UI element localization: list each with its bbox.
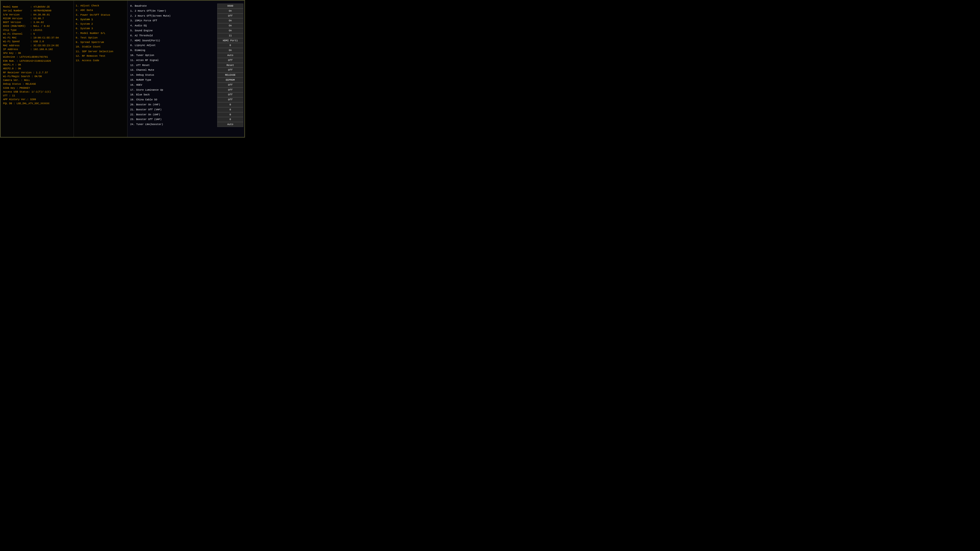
sys-value-7: HDMI Port1: [217, 38, 243, 43]
info-label-4: BOOT Version: [3, 21, 30, 24]
sys-value-18: Off: [217, 92, 243, 97]
info-single-8: Debug Status : RELEASE: [3, 82, 71, 86]
sys-label-7: 7. HDMI Sound(Port1): [127, 39, 217, 43]
menu-item-1[interactable]: 2. ADC Data: [76, 8, 125, 13]
sys-value-12: Reset: [217, 63, 243, 68]
sys-value-10: Auto: [217, 53, 243, 58]
info-single-5: RF Receiver Version : 1.2.7.57: [3, 71, 71, 75]
info-row-1: Serial Number: 407RAYB2N690: [3, 9, 71, 13]
menu-item-4[interactable]: 5. System 2: [76, 22, 125, 26]
info-value-5: : NULL / 0.02: [30, 24, 50, 28]
menu-item-9[interactable]: 10. Stable Count: [76, 44, 125, 49]
sys-value-24: Auto: [217, 122, 243, 127]
menu-item-3[interactable]: 4. System 1: [76, 17, 125, 22]
menu-item-7[interactable]: 8. Test Option: [76, 36, 125, 40]
info-single-10: Access USB Status: 1/-1(T)/-1(C): [3, 90, 71, 94]
sys-value-2: Off: [217, 14, 243, 19]
info-row-6: Chip Type: LG1311: [3, 28, 71, 32]
menu-item-8[interactable]: 9. Spread Spectrum: [76, 40, 125, 44]
sys-label-23: 23. Booster Off (UHF): [127, 118, 217, 122]
info-row-5: EDID (RGB/HDMI): NULL / 0.02: [3, 24, 71, 28]
info-single-13: PQL DB : LGD_DHL_ATV_SOC_XXXXXX: [3, 102, 71, 105]
info-value-6: : LG1311: [30, 28, 42, 32]
sys-row-22: 22. Booster On (UHF)0: [127, 112, 244, 117]
info-row-9: Wi-Fi Speed: USB 2.0: [3, 40, 71, 43]
info-label-10: MAC Address: [3, 44, 30, 48]
sys-row-9: 9. DimmingOn: [127, 48, 244, 53]
sys-row-8: 8. Lipsync Adjust0: [127, 43, 244, 48]
sys-row-20: 20. Booster On (VHF)0: [127, 102, 244, 107]
sys-value-16: Off: [217, 83, 243, 87]
sys-label-21: 21. Booster Off (VHF): [127, 108, 217, 112]
info-label-8: Wi-Fi MAC: [3, 36, 30, 40]
info-label-5: EDID (RGB/HDMI): [3, 24, 30, 28]
info-row-4: BOOT Version: 3.04.02: [3, 21, 71, 24]
sys-value-22: 0: [217, 112, 243, 117]
info-row-7: Wi-Fi Channel: 5: [3, 32, 71, 36]
info-row-0: Model Name: 47LB650V-ZE: [3, 5, 71, 9]
sys-value-4: On: [217, 23, 243, 28]
sys-value-20: 0: [217, 102, 243, 107]
sys-value-13: Off: [217, 68, 243, 73]
sys-value-21: 0: [217, 107, 243, 112]
sys-value-17: Off: [217, 87, 243, 92]
menu-item-12[interactable]: 13. Access Code: [76, 59, 125, 63]
sys-row-16: 16. HDEVOff: [127, 83, 244, 87]
sys-label-8: 8. Lipsync Adjust: [127, 43, 217, 48]
sys-label-19: 19. China Cable SO: [127, 98, 217, 102]
sys-value-5: On: [217, 28, 243, 33]
info-single-0: SFU Key : OK: [3, 51, 71, 55]
sys-value-19: Off: [217, 97, 243, 102]
menu-item-10[interactable]: 11. SDP Server Selection: [76, 49, 125, 54]
main-screen: Model Name: 47LB650V-ZESerial Number: 40…: [0, 0, 245, 138]
info-row-2: S/W Version: 04.30.09.01: [3, 13, 71, 17]
info-value-1: : 407RAYB2N690: [30, 9, 51, 13]
info-label-11: IP Address: [3, 48, 30, 51]
sys-row-0: 0. Baudrate9600: [127, 3, 244, 8]
sys-row-21: 21. Booster Off (VHF)0: [127, 107, 244, 112]
sys-label-16: 16. HDEV: [127, 83, 217, 87]
right-panel: 0. Baudrate96001. 2 Hours Off(On Timer)O…: [127, 1, 244, 137]
info-single-4: HDCP2.0 : OK: [3, 67, 71, 70]
sys-row-3: 3. 15Min Force OffOn: [127, 18, 244, 23]
info-single-7: Camera Ver. : NULL: [3, 78, 71, 82]
menu-item-6[interactable]: 7. Model Number D/L: [76, 31, 125, 36]
sys-value-9: On: [217, 48, 243, 53]
info-single-3: HDCP1.4 : OK: [3, 63, 71, 67]
sys-label-14: 14. Debug Status: [127, 73, 217, 77]
info-value-0: : 47LB650V-ZE: [30, 5, 50, 9]
sys-label-4: 4. Audio EQ: [127, 24, 217, 28]
sys-value-6: 11: [217, 33, 243, 38]
middle-panel: 1. Adjust Check2. ADC Data3. Power On/Of…: [74, 1, 127, 137]
sys-value-11: Off: [217, 58, 243, 63]
menu-item-11[interactable]: 12. RF Remocon Test: [76, 54, 125, 59]
info-single-11: UTT : 11: [3, 94, 71, 97]
info-value-9: : USB 2.0: [30, 40, 44, 43]
sys-label-5: 5. Sound Engine: [127, 29, 217, 33]
sys-row-19: 19. China Cable SOOff: [127, 97, 244, 102]
info-value-10: : 3C:CD:93:23:24:EE: [30, 44, 59, 48]
info-single-2: ESN Num. : LGTV20142=21003211026: [3, 59, 71, 63]
sys-label-0: 0. Baudrate: [127, 4, 217, 8]
sys-row-4: 4. Audio EQOn: [127, 23, 244, 28]
sys-label-13: 13. Channel Mute: [127, 68, 217, 72]
menu-item-0[interactable]: 1. Adjust Check: [76, 3, 125, 8]
sys-value-1: On: [217, 8, 243, 14]
sys-label-17: 17. Store Luminance Up: [127, 88, 217, 92]
info-row-10: MAC Address: 3C:CD:93:23:24:EE: [3, 44, 71, 48]
menu-item-5[interactable]: 6. System 3: [76, 26, 125, 31]
info-label-3: MICOM Version: [3, 17, 30, 21]
info-row-8: Wi-Fi MAC: 10:08:C1:EE:37:0A: [3, 36, 71, 40]
sys-label-20: 20. Booster On (VHF): [127, 103, 217, 107]
sys-row-17: 17. Store Luminance UpOff: [127, 87, 244, 92]
info-value-8: : 10:08:C1:EE:37:0A: [30, 36, 59, 40]
info-label-6: Chip Type: [3, 28, 30, 32]
info-value-4: : 3.04.02: [30, 21, 44, 24]
sys-row-13: 13. Channel MuteOff: [127, 68, 244, 73]
menu-item-2[interactable]: 3. Power On/Off Status: [76, 13, 125, 17]
sys-value-23: 0: [217, 117, 243, 122]
info-value-2: : 04.30.09.01: [30, 13, 50, 17]
sys-value-3: On: [217, 18, 243, 23]
info-label-9: Wi-Fi Speed: [3, 40, 30, 43]
sys-row-12: 12. UTT ResetReset: [127, 63, 244, 68]
